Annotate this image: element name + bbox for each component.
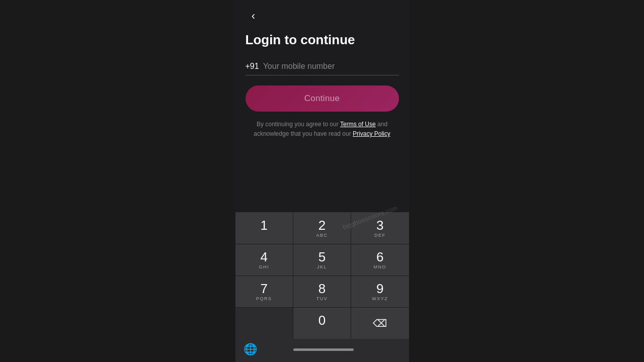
key-2[interactable]: 2 ABC [293, 213, 351, 244]
numpad: 1 2 ABC 3 DEF 4 GHI 5 JKL 6 MNO [235, 213, 409, 339]
keyboard-area: 1 2 ABC 3 DEF 4 GHI 5 JKL 6 MNO [235, 212, 409, 362]
delete-key[interactable]: ⌫ [351, 308, 409, 339]
back-button[interactable]: ‹ [246, 8, 262, 24]
page-title: Login to continue [246, 32, 399, 48]
country-code[interactable]: +91 [246, 62, 259, 71]
key-0[interactable]: 0 [293, 308, 351, 339]
delete-icon: ⌫ [373, 317, 387, 329]
key-9[interactable]: 9 WXYZ [351, 276, 409, 307]
key-5[interactable]: 5 JKL [293, 244, 351, 276]
globe-icon[interactable]: 🌐 [244, 343, 257, 356]
bottom-bar: 🌐 [235, 339, 409, 362]
home-indicator [293, 348, 354, 351]
continue-button[interactable]: Continue [246, 85, 399, 112]
key-7[interactable]: 7 PQRS [235, 276, 293, 307]
phone-input-row: +91 [246, 62, 399, 75]
phone-input[interactable] [263, 62, 399, 71]
terms-of-use-link[interactable]: Terms of Use [340, 121, 376, 128]
key-3[interactable]: 3 DEF [351, 213, 409, 244]
app-content: ‹ Login to continue +91 Continue By cont… [235, 0, 409, 212]
back-icon: ‹ [252, 11, 255, 22]
terms-text: By continuing you agree to our Terms of … [246, 120, 399, 139]
key-6[interactable]: 6 MNO [351, 244, 409, 276]
terms-prefix: By continuing you agree to our [257, 121, 340, 128]
key-1[interactable]: 1 [235, 213, 293, 244]
key-8[interactable]: 8 TUV [293, 276, 351, 307]
key-empty [235, 308, 293, 339]
key-4[interactable]: 4 GHI [235, 244, 293, 276]
privacy-policy-link[interactable]: Privacy Policy [353, 130, 390, 137]
phone-screen: ‹ Login to continue +91 Continue By cont… [235, 0, 409, 362]
